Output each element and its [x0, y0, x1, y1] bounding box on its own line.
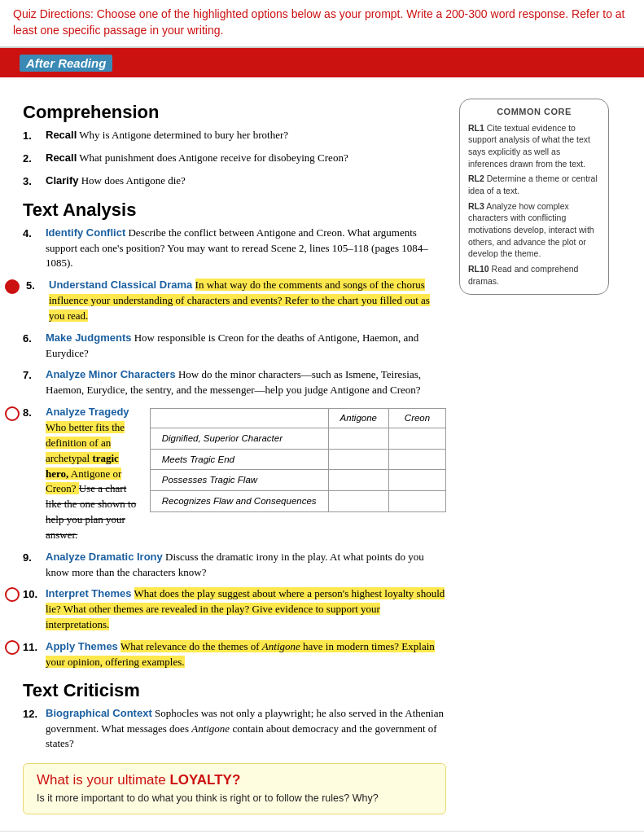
q6-label: Make Judgments [46, 331, 131, 344]
q10-num: 10. [23, 586, 46, 603]
loyalty-title: What is your ultimate LOYALTY? [37, 772, 432, 788]
q8-container: Analyze Tragedy Who better fits the defi… [46, 405, 446, 543]
q8-text-area: Analyze Tragedy Who better fits the defi… [46, 405, 143, 543]
q10-label: Interpret Themes [46, 587, 131, 599]
question-1: 1. Recall Why is Antigone determined to … [23, 128, 446, 144]
q8-num: 8. [23, 405, 46, 421]
q4-label: Identify Conflict [46, 226, 125, 239]
question-3: 3. Clarify How does Antigone die? [23, 173, 446, 190]
table-row-tragic-end: Meets Tragic End [150, 449, 328, 470]
q5-circle-indicator [5, 279, 20, 294]
common-core-box: COMMON CORE RL1 Cite textual evidence to… [459, 99, 609, 294]
main-content: Comprehension 1. Recall Why is Antigone … [0, 77, 644, 831]
cc-rl2-text: Determine a theme or central idea of a t… [468, 173, 598, 195]
q2-label: Recall [46, 151, 77, 164]
q11-label: Apply Themes [46, 640, 118, 652]
table-header-antigone: Antigone [328, 409, 388, 428]
comprehension-title: Comprehension [23, 102, 446, 123]
q2-body: Recall What punishment does Antigone rec… [46, 151, 446, 166]
quiz-directions-banner: Quiz Directions: Choose one of the highl… [0, 0, 644, 48]
question-10: 10. Interpret Themes What does the play … [23, 586, 446, 633]
page-footer: ANTIGONE 1107 [0, 831, 644, 834]
question-6: 6. Make Judgments How responsible is Cre… [23, 331, 446, 362]
q1-num: 1. [23, 128, 46, 144]
table-row: Dignified, Superior Character [150, 428, 445, 449]
q2-text: What punishment does Antigone receive fo… [79, 151, 348, 164]
after-reading-label: After Reading [20, 55, 112, 72]
tragedy-chart-table: Antigone Creon Dignified, Superior Chara… [150, 408, 446, 511]
loyalty-box: What is your ultimate LOYALTY? Is it mor… [23, 763, 446, 814]
cc-rl2-code: RL2 [468, 173, 484, 183]
q3-text: How does Antigone die? [81, 174, 186, 187]
cc-rl1-text: Cite textual evidence to support analysi… [468, 123, 590, 169]
q8-circle-indicator [5, 406, 20, 421]
table-row-recognizes: Recognizes Flaw and Consequences [150, 490, 328, 511]
question-12: 12. Biographical Context Sophocles was n… [23, 706, 446, 753]
q7-label: Analyze Minor Characters [46, 368, 176, 380]
cell-recognizes-creon [389, 490, 446, 511]
table-row-tragic-flaw: Possesses Tragic Flaw [150, 470, 328, 491]
q1-label: Recall [46, 129, 77, 141]
right-column: COMMON CORE RL1 Cite textual evidence to… [446, 92, 609, 823]
loyalty-title-text: What is your ultimate [37, 772, 169, 788]
q10-body: Interpret Themes What does the play sugg… [46, 586, 446, 633]
q3-body: Clarify How does Antigone die? [46, 173, 446, 189]
q11-num: 11. [23, 639, 46, 656]
q7-body: Analyze Minor Characters How do the mino… [46, 367, 446, 398]
question-2: 2. Recall What punishment does Antigone … [23, 151, 446, 167]
table-row: Meets Tragic End [150, 449, 445, 470]
table-row: Possesses Tragic Flaw [150, 470, 445, 491]
cell-tragicend-creon [389, 449, 446, 470]
q11-circle-indicator [5, 640, 20, 655]
q11-body: Apply Themes What relevance do the theme… [46, 639, 446, 670]
q4-body: Identify Conflict Describe the conflict … [46, 226, 446, 272]
q6-num: 6. [23, 331, 46, 347]
q5-label: Understand Classical Drama [49, 279, 192, 291]
q12-num: 12. [23, 706, 46, 722]
q9-label: Analyze Dramatic Irony [46, 551, 163, 563]
q2-num: 2. [23, 151, 46, 167]
table-row: Recognizes Flaw and Consequences [150, 490, 445, 511]
q10-circle-indicator [5, 587, 20, 602]
q8-label: Analyze Tragedy [46, 406, 129, 418]
question-11: 11. Apply Themes What relevance do the t… [23, 639, 446, 670]
question-5: 5. Understand Classical Drama In what wa… [23, 278, 446, 324]
text-analysis-title: Text Analysis [23, 200, 446, 221]
cc-rl1: RL1 Cite textual evidence to support ana… [468, 122, 600, 170]
cc-rl10-code: RL10 [468, 264, 489, 274]
q12-body: Biographical Context Sophocles was not o… [46, 706, 446, 753]
cc-rl3: RL3 Analyze how complex characters with … [468, 200, 600, 260]
cc-rl2: RL2 Determine a theme or central idea of… [468, 173, 600, 196]
cc-rl10: RL10 Read and comprehend dramas. [468, 263, 600, 287]
loyalty-bold-text: LOYALTY? [169, 772, 240, 788]
q1-text: Why is Antigone determined to bury her b… [79, 129, 288, 141]
text-criticism-title: Text Criticism [23, 680, 446, 701]
cc-rl1-code: RL1 [468, 123, 484, 133]
section-header-bar: After Reading [0, 48, 644, 77]
cell-tragicend-antigone [328, 449, 388, 470]
q4-num: 4. [23, 226, 46, 242]
q1-body: Recall Why is Antigone determined to bur… [46, 128, 446, 143]
q5-num: 5. [26, 278, 49, 294]
q7-num: 7. [23, 367, 46, 384]
q6-body: Make Judgments How responsible is Creon … [46, 331, 446, 362]
cc-rl3-text: Analyze how complex characters with conf… [468, 201, 594, 259]
question-4: 4. Identify Conflict Describe the confli… [23, 226, 446, 272]
quiz-directions-text: Quiz Directions: Choose one of the highl… [13, 7, 631, 38]
common-core-title: COMMON CORE [468, 106, 600, 118]
q3-label: Clarify [46, 174, 78, 187]
q8-body: Analyze Tragedy Who better fits the defi… [46, 405, 446, 543]
table-row-dignified: Dignified, Superior Character [150, 428, 328, 449]
q12-label: Biographical Context [46, 707, 152, 719]
left-column: Comprehension 1. Recall Why is Antigone … [23, 92, 446, 823]
q9-num: 9. [23, 550, 46, 566]
q5-body: Understand Classical Drama In what way d… [49, 278, 446, 324]
cell-tragicflaw-creon [389, 470, 446, 491]
q3-num: 3. [23, 173, 46, 190]
cell-dignified-creon [389, 428, 446, 449]
question-7: 7. Analyze Minor Characters How do the m… [23, 367, 446, 398]
table-header-blank [150, 409, 328, 428]
cc-rl3-code: RL3 [468, 201, 484, 211]
loyalty-subtitle: Is it more important to do what you thin… [37, 792, 432, 804]
table-header-creon: Creon [389, 409, 446, 428]
